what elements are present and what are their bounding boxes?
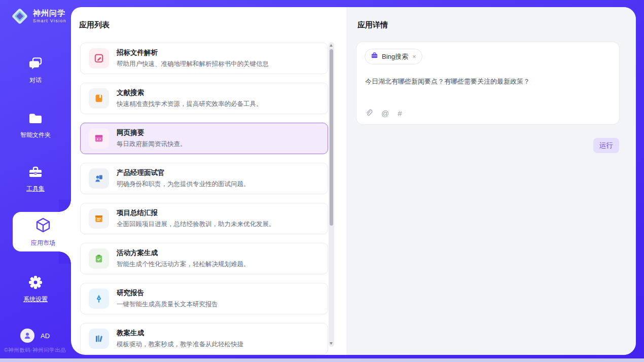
notch-bottom-curve <box>59 251 71 264</box>
browser-code-icon <box>89 128 109 149</box>
app-card-desc: 快速精准查找学术资源，提高研究效率的必备工具。 <box>117 100 263 108</box>
sidebar-item-app-market[interactable]: 应用市场 <box>13 212 74 251</box>
run-button[interactable]: 运行 <box>593 138 619 153</box>
app-card-desc: 帮助用户快速、准确地理解和解析招标书中的关键信息 <box>117 60 269 68</box>
sidebar-item-toolset[interactable]: 工具集 <box>0 165 71 193</box>
composer-card[interactable]: Bing搜索 × 今日湖北有哪些新闻要点？有哪些需要关注的最新政策？ @ # <box>356 42 620 125</box>
calendar-icon <box>89 208 109 229</box>
app-list-section: 应用列表 招标文件解析 帮助用户快速、准确地理解和解析招标书中的关键信息 <box>71 7 346 355</box>
tool-chip-bing-search[interactable]: Bing搜索 × <box>365 49 422 64</box>
copyright-text: ©神州数码·神州问学出品 <box>4 347 66 354</box>
app-detail-section: 应用详情 Bing搜索 × 今日湖北有哪些新闻要点？有哪些需要关注的最新政策？ <box>346 7 636 355</box>
app-detail-heading: 应用详情 <box>357 20 388 30</box>
chat-icon <box>28 56 43 73</box>
app-card-bid-parse[interactable]: 招标文件解析 帮助用户快速、准确地理解和解析招标书中的关键信息 <box>80 43 328 74</box>
app-card-title: 产品经理面试官 <box>117 168 250 177</box>
sidebar-item-label: 工具集 <box>26 185 45 193</box>
mention-icon[interactable]: @ <box>381 109 389 118</box>
sidebar-item-label: 对话 <box>29 76 42 85</box>
app-card-research-report[interactable]: 研究报告 一键智能生成高质量长文本研究报告 <box>80 283 328 314</box>
bottom-strip <box>0 358 644 362</box>
app-card-project-summary[interactable]: 项目总结汇报 全面回顾项目进展，总结经验教训，助力未来优化发展。 <box>80 203 328 234</box>
scroll-up-arrow-icon[interactable] <box>330 44 333 47</box>
interviewer-icon <box>89 168 109 189</box>
cube-icon <box>34 216 52 236</box>
gear-icon <box>28 275 43 292</box>
app-card-title: 项目总结汇报 <box>117 208 275 218</box>
sidebar-item-label: 智能文件夹 <box>20 131 51 139</box>
app-card-pm-interviewer[interactable]: 产品经理面试官 明确身份和职责，为您提供专业性的面试问题。 <box>80 163 328 194</box>
sidebar: 神州问学 Smart Vision 对话 智能文件夹 <box>0 0 71 358</box>
scroll-down-arrow-icon[interactable] <box>330 342 333 345</box>
brand-diamond-icon <box>10 7 29 26</box>
app-list-scrollbar[interactable] <box>329 42 334 347</box>
app-card-lesson-plan[interactable]: 教案生成 模板驱动，教案秒成，教学准备从此轻松快捷 <box>80 323 328 354</box>
query-input[interactable]: 今日湖北有哪些新闻要点？有哪些需要关注的最新政策？ <box>365 77 609 87</box>
scrollbar-thumb[interactable] <box>330 49 333 226</box>
app-card-event-plan[interactable]: 活动方案生成 智能生成个性化活动方案，轻松解决规划难题。 <box>80 243 328 274</box>
app-card-desc: 全面回顾项目进展，总结经验教训，助力未来优化发展。 <box>117 220 275 229</box>
briefcase-icon <box>371 52 378 61</box>
composer-actions: @ # <box>365 109 402 118</box>
app-card-title: 研究报告 <box>117 288 218 298</box>
sidebar-item-smart-folder[interactable]: 智能文件夹 <box>0 112 71 139</box>
hash-icon[interactable]: # <box>398 109 402 118</box>
app-card-title: 文献搜索 <box>117 88 263 97</box>
books-icon <box>89 329 109 349</box>
attach-icon[interactable] <box>365 109 373 118</box>
close-icon[interactable]: × <box>412 53 416 60</box>
sidebar-item-settings[interactable]: 系统设置 <box>0 275 71 304</box>
tool-chip-label: Bing搜索 <box>382 52 408 61</box>
app-card-desc: 每日政府新闻资讯快查。 <box>117 140 187 149</box>
clipboard-check-icon <box>89 248 109 269</box>
brand-logo: 神州问学 Smart Vision <box>10 7 66 26</box>
brand-title: 神州问学 <box>33 9 66 18</box>
app-card-title: 教案生成 <box>117 329 243 338</box>
app-list-heading: 应用列表 <box>79 20 110 30</box>
app-card-desc: 智能生成个性化活动方案，轻松解决规划难题。 <box>117 260 250 269</box>
pen-square-icon <box>89 48 109 68</box>
app-card-desc: 一键智能生成高质量长文本研究报告 <box>117 300 218 309</box>
notch-top-curve <box>59 200 71 212</box>
avatar <box>20 329 34 343</box>
app-card-desc: 模板驱动，教案秒成，教学准备从此轻松快捷 <box>117 340 243 349</box>
toolbox-icon <box>28 165 43 182</box>
book-icon <box>89 88 109 108</box>
sidebar-item-label: 系统设置 <box>23 295 48 304</box>
app-card-title: 网页摘要 <box>117 128 187 137</box>
user-account[interactable]: AD <box>20 329 50 343</box>
app-card-literature-search[interactable]: 文献搜索 快速精准查找学术资源，提高研究效率的必备工具。 <box>80 83 328 114</box>
app-card-desc: 明确身份和职责，为您提供专业性的面试问题。 <box>117 180 250 189</box>
app-card-title: 活动方案生成 <box>117 248 250 258</box>
brand-subtitle: Smart Vision <box>33 19 66 23</box>
sidebar-item-label: 应用市场 <box>31 239 55 247</box>
main-panel: 应用列表 招标文件解析 帮助用户快速、准确地理解和解析招标书中的关键信息 <box>71 7 636 355</box>
sidebar-item-chat[interactable]: 对话 <box>0 56 71 85</box>
user-initials: AD <box>41 332 50 340</box>
app-card-web-summary[interactable]: 网页摘要 每日政府新闻资讯快查。 <box>80 123 328 154</box>
ink-pen-icon <box>89 288 109 309</box>
app-card-title: 招标文件解析 <box>117 48 269 57</box>
folder-icon <box>28 112 43 128</box>
